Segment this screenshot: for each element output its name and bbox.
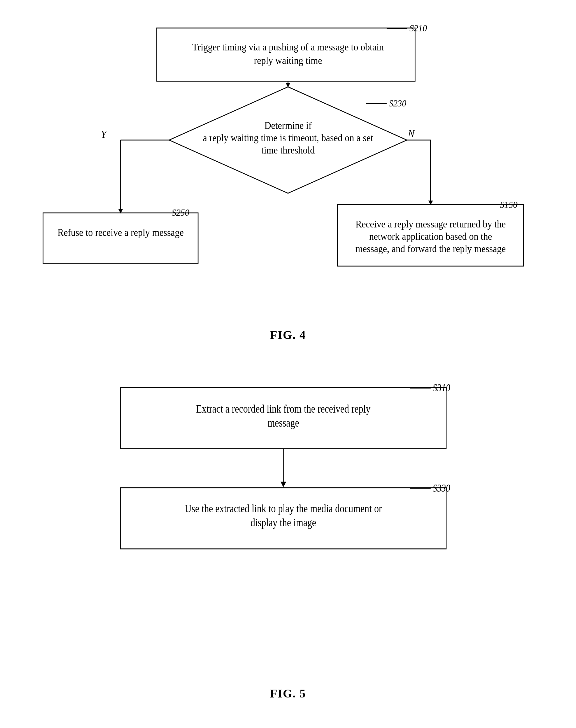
svg-text:S210: S210 <box>409 23 427 33</box>
svg-text:Trigger timing via a pushing o: Trigger timing via a pushing of a messag… <box>192 41 384 53</box>
fig4-section: Trigger timing via a pushing of a messag… <box>22 17 554 353</box>
fig5-section: Extract a recorded link from the receive… <box>22 375 554 711</box>
svg-text:network application based on t: network application based on the <box>369 231 492 242</box>
svg-marker-34 <box>281 482 286 487</box>
svg-rect-2 <box>43 213 198 263</box>
svg-text:reply waiting time: reply waiting time <box>254 55 322 66</box>
fig5-label: FIG. 5 <box>270 687 306 700</box>
svg-text:Extract a recorded link from t: Extract a recorded link from the receive… <box>196 403 371 415</box>
svg-text:Receive a reply message return: Receive a reply message returned by the <box>355 219 506 230</box>
svg-text:S330: S330 <box>433 482 450 494</box>
svg-text:message, and forward the reply: message, and forward the reply message <box>355 243 506 254</box>
svg-text:message: message <box>267 417 299 429</box>
svg-text:time threshold: time threshold <box>261 145 315 156</box>
svg-text:display the image: display the image <box>251 517 316 529</box>
fig5-diagram: Extract a recorded link from the receive… <box>22 375 554 711</box>
svg-text:Y: Y <box>101 128 107 140</box>
svg-text:Determine if: Determine if <box>264 120 312 131</box>
svg-text:S250: S250 <box>172 207 190 217</box>
fig4-diagram: Trigger timing via a pushing of a messag… <box>22 17 554 353</box>
svg-text:Use the extracted link to play: Use the extracted link to play the media… <box>185 502 382 515</box>
svg-text:a reply waiting time is timeou: a reply waiting time is timeout, based o… <box>203 132 373 143</box>
svg-text:N: N <box>408 128 415 140</box>
svg-text:S310: S310 <box>433 382 450 393</box>
svg-text:Refuse to receive a reply mess: Refuse to receive a reply message <box>57 227 184 238</box>
page: Trigger timing via a pushing of a messag… <box>0 0 576 728</box>
svg-text:S150: S150 <box>500 199 517 210</box>
fig4-label: FIG. 4 <box>270 328 306 342</box>
svg-marker-5 <box>286 83 290 87</box>
svg-text:S230: S230 <box>389 98 406 108</box>
